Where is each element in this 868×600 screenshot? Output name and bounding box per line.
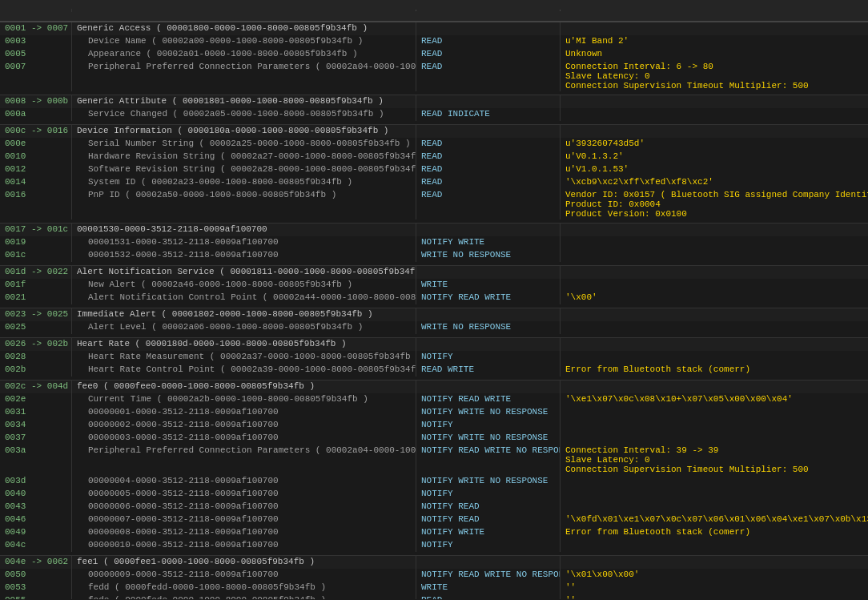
char-data: '' [561, 594, 868, 599]
service-data [561, 95, 868, 108]
section-4: 001d -> 0022Alert Notification Service (… [0, 266, 868, 308]
char-props: NOTIFY READ [416, 513, 561, 526]
char-handle: 0003 [0, 35, 72, 48]
char-row: 0028Heart Rate Measurement ( 00002a37-00… [0, 351, 868, 364]
char-props: NOTIFY [416, 419, 561, 432]
char-row: 004000000005-0000-3512-2118-0009af100700… [0, 488, 868, 501]
service-props [416, 308, 561, 321]
char-props: NOTIFY READ [416, 501, 561, 513]
section-header-row: 004e -> 0062fee1 ( 0000fee1-0000-1000-80… [0, 556, 868, 569]
char-data: u'V0.1.3.2' [561, 151, 868, 163]
char-data [561, 249, 868, 262]
char-row: 003700000003-0000-3512-2118-0009af100700… [0, 432, 868, 445]
char-row: 002eCurrent Time ( 00002a2b-0000-1000-80… [0, 393, 868, 406]
char-name: 00000008-0000-3512-2118-0009af100700 [72, 526, 416, 539]
section-header-row: 0008 -> 000bGeneric Attribute ( 00001801… [0, 95, 868, 108]
char-row: 004c00000010-0000-3512-2118-0009af100700… [0, 539, 868, 552]
service-header [72, 10, 416, 11]
char-name: 00001532-0000-3512-2118-0009af100700 [72, 249, 416, 262]
handle-range: 0008 -> 000b [0, 95, 72, 108]
char-name: Serial Number String ( 00002a25-0000-100… [72, 138, 416, 151]
char-data: '\xe1\x07\x0c\x08\x10+\x07\x05\x00\x00\x… [561, 393, 868, 406]
service-props [416, 95, 561, 108]
handle-range: 000c -> 0016 [0, 125, 72, 138]
section-header-row: 0026 -> 002bHeart Rate ( 0000180d-0000-1… [0, 338, 868, 351]
char-handle: 0014 [0, 176, 72, 189]
char-props: NOTIFY WRITE [416, 526, 561, 539]
char-name: 00000002-0000-3512-2118-0009af100700 [72, 419, 416, 432]
char-name: Peripheral Preferred Connection Paramete… [72, 61, 416, 91]
service-props [416, 22, 561, 35]
char-data: u'393260743d5d' [561, 138, 868, 151]
service-name: 00001530-0000-3512-2118-0009af100700 [72, 223, 416, 236]
service-data [561, 266, 868, 279]
handle-range: 004e -> 0062 [0, 556, 72, 569]
char-props: NOTIFY WRITE [416, 236, 561, 249]
char-handle: 000e [0, 138, 72, 151]
char-data: Connection Interval: 39 -> 39Slave Laten… [561, 445, 868, 475]
char-row: 005000000009-0000-3512-2118-0009af100700… [0, 569, 868, 582]
service-props [416, 381, 561, 393]
service-props [416, 125, 561, 138]
char-props: READ [416, 138, 561, 151]
char-name: Heart Rate Control Point ( 00002a39-0000… [72, 364, 416, 377]
char-data: Error from Bluetooth stack (comerr) [561, 526, 868, 539]
char-props: NOTIFY READ WRITE NO RESPONSE [416, 445, 561, 475]
char-props: NOTIFY [416, 488, 561, 501]
char-row: 0007Peripheral Preferred Connection Para… [0, 61, 868, 91]
handle-range: 001d -> 0022 [0, 266, 72, 279]
char-data [561, 351, 868, 364]
char-name: 00000001-0000-3512-2118-0009af100700 [72, 406, 416, 419]
table-body[interactable]: 0001 -> 0007Generic Access ( 00001800-00… [0, 22, 868, 599]
section-1: 0008 -> 000bGeneric Attribute ( 00001801… [0, 95, 868, 125]
char-data [561, 475, 868, 488]
app-container: 0001 -> 0007Generic Access ( 00001800-00… [0, 0, 868, 599]
char-data: u'V1.0.1.53' [561, 163, 868, 176]
char-data [561, 279, 868, 292]
char-name: Software Revision String ( 00002a28-0000… [72, 163, 416, 176]
char-data: '\xcb9\xc2\xff\xfed\xf8\xc2' [561, 176, 868, 189]
char-handle: 0016 [0, 189, 72, 219]
service-data [561, 338, 868, 351]
char-row: 0053fedd ( 0000fedd-0000-1000-8000-00805… [0, 582, 868, 594]
char-props: READ [416, 35, 561, 48]
section-header-row: 0017 -> 001c00001530-0000-3512-2118-0009… [0, 223, 868, 236]
char-name: 00000009-0000-3512-2118-0009af100700 [72, 569, 416, 582]
service-name: Alert Notification Service ( 00001811-00… [72, 266, 416, 279]
service-data [561, 22, 868, 35]
data-header [561, 10, 868, 11]
section-0: 0001 -> 0007Generic Access ( 00001800-00… [0, 22, 868, 95]
char-name: 00001531-0000-3512-2118-0009af100700 [72, 236, 416, 249]
char-row: 0005Appearance ( 00002a01-0000-1000-8000… [0, 48, 868, 61]
char-row: 003d00000004-0000-3512-2118-0009af100700… [0, 475, 868, 488]
service-name: fee1 ( 0000fee1-0000-1000-8000-00805f9b3… [72, 556, 416, 569]
props-header [416, 10, 561, 11]
char-data [561, 501, 868, 513]
char-data: u'MI Band 2' [561, 35, 868, 48]
char-row: 0003Device Name ( 00002a00-0000-1000-800… [0, 35, 868, 48]
char-name: fedd ( 0000fedd-0000-1000-8000-00805f9b3… [72, 582, 416, 594]
char-row: 000aService Changed ( 00002a05-0000-1000… [0, 108, 868, 121]
char-handle: 001f [0, 279, 72, 292]
char-handle: 003a [0, 445, 72, 475]
char-row: 0010Hardware Revision String ( 00002a27-… [0, 151, 868, 163]
char-data: Connection Interval: 6 -> 80Slave Latenc… [561, 61, 868, 91]
char-handle: 003d [0, 475, 72, 488]
char-name: System ID ( 00002a23-0000-1000-8000-0080… [72, 176, 416, 189]
char-name: PnP ID ( 00002a50-0000-1000-8000-00805f9… [72, 189, 416, 219]
char-data: Vendor ID: 0x0157 ( Bluetooth SIG assign… [561, 189, 868, 219]
char-props: READ WRITE [416, 364, 561, 377]
char-data [561, 321, 868, 334]
char-data: '\x0fd\x01\xe1\x07\x0c\x07\x06\x01\x06\x… [561, 513, 868, 526]
section-header-row: 0023 -> 0025Immediate Alert ( 00001802-0… [0, 308, 868, 321]
char-data [561, 488, 868, 501]
char-handle: 002b [0, 364, 72, 377]
section-5: 0023 -> 0025Immediate Alert ( 00001802-0… [0, 308, 868, 338]
char-handle: 004c [0, 539, 72, 552]
char-handle: 0053 [0, 582, 72, 594]
handle-range: 0026 -> 002b [0, 338, 72, 351]
char-handle: 0040 [0, 488, 72, 501]
char-props: READ [416, 176, 561, 189]
handle-range: 0017 -> 001c [0, 223, 72, 236]
char-name: 00000005-0000-3512-2118-0009af100700 [72, 488, 416, 501]
